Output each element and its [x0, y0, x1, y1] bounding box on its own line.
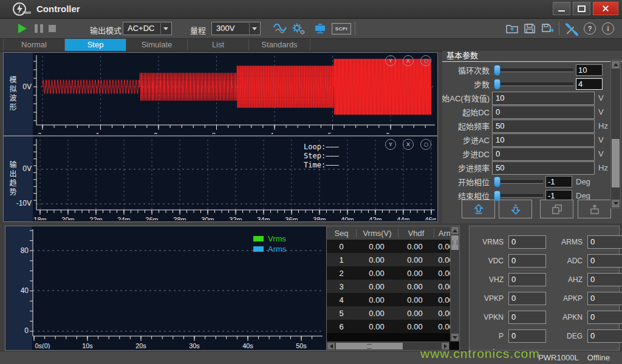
- tab-simulate[interactable]: Simulate: [126, 39, 188, 51]
- param-slider[interactable]: [494, 180, 543, 184]
- svg-text:30m: 30m: [201, 216, 214, 220]
- svg-text:40m: 40m: [341, 216, 354, 220]
- save-sequence-button[interactable]: [540, 200, 573, 218]
- measurement-value-ahz: 0: [587, 273, 622, 286]
- column-header[interactable]: Vhdf: [398, 229, 434, 238]
- output-mode-select[interactable]: AC+DC: [123, 22, 172, 35]
- param-value[interactable]: -1: [545, 176, 572, 187]
- slider-thumb-icon[interactable]: [494, 79, 501, 90]
- scroll-down-button[interactable]: [612, 200, 620, 207]
- param-input[interactable]: 50: [492, 161, 595, 175]
- measure-trend-chart[interactable]: 80 40 0 0s(0)10s20s30s40s50s VrmsArms: [5, 226, 327, 351]
- scroll-up-button[interactable]: [451, 227, 459, 234]
- svg-text:40s: 40s: [242, 342, 253, 349]
- stop-button[interactable]: [49, 25, 56, 32]
- table-row[interactable]: 10.000.000.00: [327, 253, 459, 266]
- scroll-thumb[interactable]: [336, 343, 403, 349]
- minimize-button[interactable]: [553, 2, 570, 15]
- column-header[interactable]: Vrms(V): [356, 229, 398, 238]
- table-cell: 5: [327, 309, 356, 318]
- legend-label: Vrms: [268, 234, 286, 243]
- analog-waveform-chart[interactable]: 模拟波形 0V 0m1m2m3m4m5m6m Y X: [3, 52, 438, 136]
- scpi-icon[interactable]: SCPI: [332, 23, 351, 35]
- slider-thumb-icon[interactable]: [494, 65, 501, 76]
- params-scrollbar[interactable]: [610, 59, 621, 209]
- param-unit: V: [598, 93, 604, 103]
- close-button[interactable]: [593, 2, 618, 15]
- save-icon[interactable]: [523, 22, 536, 37]
- scroll-up-button[interactable]: [612, 61, 620, 69]
- chevron-down-icon: [252, 27, 257, 30]
- param-value[interactable]: 4: [576, 78, 603, 90]
- reset-x-zoom-icon[interactable]: X: [403, 55, 414, 66]
- save-as-icon[interactable]: [541, 22, 555, 37]
- table-row[interactable]: 30.000.000.00: [327, 280, 459, 293]
- scroll-thumb[interactable]: [612, 139, 620, 187]
- legend-item: Vrms: [253, 234, 286, 244]
- open-file-icon[interactable]: [505, 22, 519, 37]
- table-horizontal-scrollbar[interactable]: [327, 342, 449, 350]
- tab-step[interactable]: Step: [65, 39, 126, 51]
- maximize-button[interactable]: [573, 2, 590, 15]
- table-row[interactable]: 00.000.000.00: [327, 240, 459, 253]
- measurement-label-apkp: APKP: [551, 294, 583, 303]
- param-input[interactable]: 10: [492, 133, 595, 147]
- reset-x-zoom-icon[interactable]: X: [403, 139, 414, 150]
- param-slider[interactable]: [494, 69, 573, 72]
- table-vertical-scrollbar[interactable]: [450, 226, 459, 342]
- param-input[interactable]: 0: [492, 106, 595, 119]
- titlebar: PWR Controller: [0, 0, 622, 19]
- pwr-logo-icon: PWR: [10, 1, 32, 19]
- param-value[interactable]: 10: [576, 64, 603, 76]
- pause-button[interactable]: [35, 24, 43, 33]
- upload-steps-button[interactable]: [462, 200, 495, 218]
- scroll-right-button[interactable]: [442, 343, 449, 349]
- legend-swatch: [253, 246, 264, 252]
- output-trend-chart[interactable]: 输出趋势 0V -10V 18m20m22m24m26m28m30m32m34m…: [3, 136, 438, 222]
- table-row[interactable]: 20.000.000.00: [327, 266, 459, 280]
- statusbar: PWR1000L Offline: [0, 351, 622, 364]
- measurement-panel: VRMS0ARMS0VDC0ADC0VHZ0AHZ0VPKP0APKP0VPKN…: [469, 226, 620, 351]
- param-input[interactable]: 0: [492, 147, 595, 161]
- param-input[interactable]: 50: [492, 120, 595, 133]
- snapshot-camera-icon[interactable]: [420, 55, 431, 66]
- tab-list[interactable]: List: [188, 39, 249, 51]
- scroll-thumb[interactable]: [451, 235, 459, 250]
- param-slider[interactable]: [494, 83, 573, 86]
- param-row: 开始相位-1Deg: [442, 175, 612, 189]
- waveform-view-icon[interactable]: [273, 22, 287, 37]
- connection-state: Offline: [587, 353, 610, 362]
- table-cell: 0.00: [356, 242, 397, 251]
- scroll-left-button[interactable]: [327, 343, 335, 349]
- minimize-icon: [558, 10, 565, 12]
- param-slider[interactable]: [494, 194, 543, 198]
- download-steps-button[interactable]: [499, 200, 532, 218]
- tab-standards[interactable]: Standards: [249, 39, 310, 51]
- range-select[interactable]: 300V: [211, 22, 261, 35]
- param-input[interactable]: 10: [492, 92, 595, 105]
- snapshot-camera-icon[interactable]: [420, 139, 431, 150]
- slider-thumb-icon[interactable]: [494, 177, 501, 187]
- reset-y-zoom-icon[interactable]: Y: [385, 139, 396, 150]
- table-row[interactable]: 60.000.000.00: [327, 320, 459, 333]
- load-sequence-button[interactable]: [578, 200, 611, 218]
- table-cell: 0.00: [397, 255, 432, 265]
- table-cell: 0.00: [397, 242, 432, 251]
- param-row: 步进DC0V: [442, 147, 612, 161]
- column-header[interactable]: Seq: [327, 229, 356, 238]
- reset-y-zoom-icon[interactable]: Y: [385, 55, 396, 66]
- param-label: 步进AC: [442, 134, 490, 146]
- run-button[interactable]: [18, 24, 27, 33]
- table-row[interactable]: 50.000.000.00: [327, 306, 459, 320]
- settings-gears-icon[interactable]: [292, 22, 306, 38]
- param-row: 步数4: [442, 77, 612, 91]
- tools-wrench-icon[interactable]: [565, 22, 579, 38]
- info-icon[interactable]: i: [602, 22, 614, 35]
- table-row[interactable]: 40.000.000.00: [327, 293, 459, 306]
- table-cell: 2: [327, 269, 356, 278]
- measurement-label-apkn: APKN: [551, 313, 583, 322]
- tab-normal[interactable]: Normal: [3, 39, 65, 51]
- help-icon[interactable]: ?: [584, 22, 596, 35]
- remote-display-icon[interactable]: [313, 22, 327, 37]
- scroll-down-button[interactable]: [451, 334, 459, 341]
